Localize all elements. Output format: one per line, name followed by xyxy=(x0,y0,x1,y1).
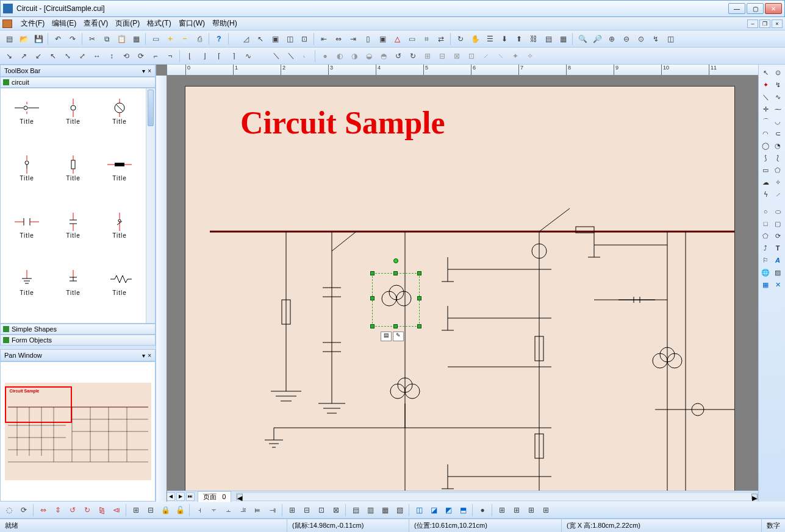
conn-15[interactable]: ⌈ xyxy=(212,49,226,63)
select-tool[interactable]: ◿ xyxy=(239,32,253,46)
add-button[interactable]: ＋ xyxy=(163,32,177,46)
rt-cloud[interactable]: ☁ xyxy=(760,177,771,188)
stencil-item[interactable]: Title xyxy=(5,264,48,301)
grid-button[interactable]: ▦ xyxy=(556,32,570,46)
rt-pic[interactable]: ▨ xyxy=(772,267,783,278)
resize-handle[interactable] xyxy=(370,296,375,300)
pointer-tool[interactable]: ↖ xyxy=(254,32,267,46)
minimize-button[interactable]: — xyxy=(728,3,745,14)
resize-handle[interactable] xyxy=(417,324,421,328)
marquee-tool[interactable]: ▣ xyxy=(268,32,282,46)
rect-tool[interactable]: ▭ xyxy=(405,32,418,46)
bt-s2[interactable]: ▥ xyxy=(364,503,377,517)
bt-mirror-v[interactable]: ⧏ xyxy=(110,503,123,517)
resize-handle[interactable] xyxy=(393,271,398,275)
bt-grid2[interactable]: ⊞ xyxy=(510,503,523,517)
open-button[interactable]: 📂 xyxy=(17,32,30,46)
align-left-button[interactable]: ⇤ xyxy=(317,32,331,46)
bt-unlock[interactable]: 🔓 xyxy=(173,503,187,517)
rotation-handle[interactable] xyxy=(393,258,398,263)
zoom-out-button[interactable]: 🔎 xyxy=(590,32,604,46)
link-button[interactable]: ⛓ xyxy=(527,32,540,46)
rt-bezier[interactable]: ϟ xyxy=(760,189,771,200)
rt-pie[interactable]: ◔ xyxy=(772,140,783,151)
bt-1[interactable]: ◌ xyxy=(2,503,16,517)
conn-16[interactable]: ⌉ xyxy=(227,49,240,63)
flip-button[interactable]: ⇄ xyxy=(434,32,448,46)
rt-flag[interactable]: ⚐ xyxy=(760,255,771,266)
conn-14[interactable]: ⌋ xyxy=(198,49,211,63)
menu-page[interactable]: 页面(P) xyxy=(112,17,143,30)
resize-handle[interactable] xyxy=(370,271,375,275)
stencil-item[interactable]: Title xyxy=(98,264,141,301)
bt-s1[interactable]: ▤ xyxy=(349,503,362,517)
zoom-100-button[interactable]: ⊕ xyxy=(605,32,618,46)
zoom-width-button[interactable]: ⊙ xyxy=(634,32,648,46)
triangle-icon[interactable]: △ xyxy=(390,32,404,46)
close-button[interactable]: ✕ xyxy=(765,3,782,14)
rt-polyline[interactable]: ∿ xyxy=(772,91,783,102)
rt-arc5[interactable]: ⟆ xyxy=(760,152,771,163)
mdi-close[interactable]: × xyxy=(772,20,783,28)
rt-square[interactable]: □ xyxy=(760,218,771,229)
smart-tag-1[interactable]: ▤ xyxy=(381,332,392,341)
shape-11[interactable]: ⊡ xyxy=(465,49,478,63)
conn-13[interactable]: ⌊ xyxy=(183,49,196,63)
node-tool[interactable]: ⊡ xyxy=(298,32,311,46)
rt-zoom[interactable]: ⊙ xyxy=(772,67,783,78)
library-button[interactable]: ▤ xyxy=(542,32,555,46)
undo-button[interactable]: ↶ xyxy=(51,32,65,46)
toolbox-pin-icon[interactable]: ▾ xyxy=(142,68,145,74)
rt-connector[interactable]: ⤴ xyxy=(760,243,771,254)
conn-12[interactable]: ¬ xyxy=(163,49,177,63)
conn-3[interactable]: ↙ xyxy=(32,49,45,63)
send-back-button[interactable]: ⬇ xyxy=(498,32,511,46)
layers-button[interactable]: ☰ xyxy=(483,32,496,46)
copy-button[interactable]: ⧉ xyxy=(100,32,113,46)
menu-window[interactable]: 窗口(W) xyxy=(175,17,209,30)
rt-select[interactable]: ↖ xyxy=(760,67,771,78)
bt-d3[interactable]: ⊡ xyxy=(315,503,328,517)
bt-mirror-h[interactable]: ⧎ xyxy=(95,503,109,517)
rt-rect[interactable]: ▭ xyxy=(760,165,771,176)
conn-6[interactable]: ⤢ xyxy=(76,49,89,63)
bt-2[interactable]: ⟳ xyxy=(17,503,30,517)
rt-callout[interactable]: ⬠ xyxy=(772,165,783,176)
shape-1[interactable]: ● xyxy=(318,49,332,63)
bt-d2[interactable]: ⊟ xyxy=(300,503,314,517)
bt-al5[interactable]: ⫢ xyxy=(251,503,265,517)
bt-grid1[interactable]: ⊞ xyxy=(495,503,509,517)
panwin-pin-icon[interactable]: ▾ xyxy=(142,352,145,359)
smart-tag-2[interactable]: ✎ xyxy=(393,332,404,341)
paste-button[interactable]: 📋 xyxy=(115,32,128,46)
conn-10[interactable]: ⟳ xyxy=(134,49,148,63)
rotate-button[interactable]: ↻ xyxy=(454,32,467,46)
bt-s3[interactable]: ▦ xyxy=(378,503,392,517)
rt-font[interactable]: A xyxy=(772,255,783,266)
bt-grid3[interactable]: ⊞ xyxy=(525,503,538,517)
shape-13[interactable]: ⟍ xyxy=(494,49,507,63)
mdi-minimize[interactable]: – xyxy=(747,20,758,28)
line-2[interactable]: ＼ xyxy=(284,49,298,63)
rt-freeform[interactable]: ⟳ xyxy=(772,230,783,241)
maximize-button[interactable]: ▢ xyxy=(747,3,764,14)
stencil-item[interactable]: Title xyxy=(52,151,95,187)
bt-o2[interactable]: ◪ xyxy=(427,503,440,517)
line-3[interactable]: ﹅ xyxy=(299,49,312,63)
menu-file[interactable]: 文件(F) xyxy=(17,17,48,30)
shape-3[interactable]: ◑ xyxy=(348,49,361,63)
menu-view[interactable]: 查看(V) xyxy=(80,17,112,30)
hand-tool[interactable]: ✋ xyxy=(468,32,482,46)
horizontal-scrollbar[interactable]: ◀▶ xyxy=(236,492,758,501)
stencil-item[interactable]: Title xyxy=(98,208,141,244)
bt-rot-l[interactable]: ↺ xyxy=(66,503,79,517)
rt-arc3[interactable]: ◠ xyxy=(760,128,771,139)
toolbox-category-shapes[interactable]: Simple Shapes xyxy=(0,324,156,335)
menu-edit[interactable]: 编辑(E) xyxy=(48,17,80,30)
bt-g2[interactable]: ⊟ xyxy=(144,503,157,517)
bt-c1[interactable]: ● xyxy=(476,503,489,517)
stencil-item[interactable]: Title xyxy=(5,151,48,187)
zoom-in-button[interactable]: 🔍 xyxy=(576,32,589,46)
bt-s4[interactable]: ▧ xyxy=(393,503,406,517)
print-button[interactable]: ⎙ xyxy=(193,32,206,46)
